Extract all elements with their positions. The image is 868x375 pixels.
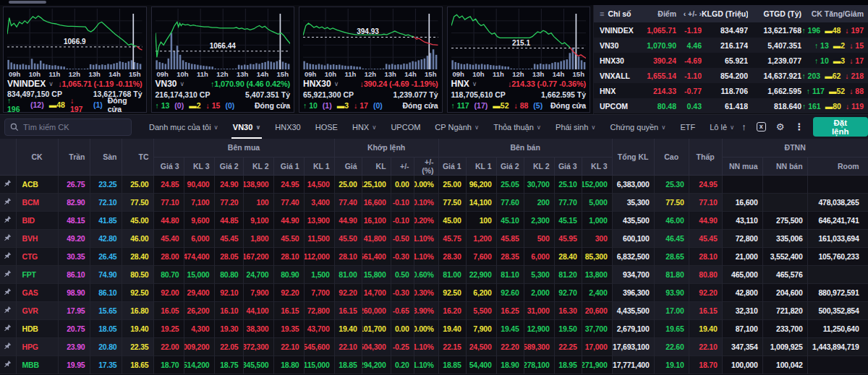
chevron-down-icon[interactable]: ∨: [180, 80, 185, 87]
chevron-down-icon: ∨: [372, 124, 376, 131]
tab-lô-lẻ[interactable]: Lô lẻ∨: [702, 115, 741, 139]
reference-line-label: 1066.9: [64, 38, 86, 46]
index-row-hnx30[interactable]: HNX30390.24-4.6965.9211,239.077↑ 10▬3↓ 1…: [594, 53, 868, 68]
ticker-symbol[interactable]: GAS: [16, 283, 58, 301]
decliners-count: ↓ 15: [849, 41, 864, 50]
board-body: ACB26.7523.2525.0024.8590,40024.90138,90…: [0, 175, 868, 374]
index-change: ↓390.24 (-4.69 -1.19%): [359, 79, 438, 88]
tab-chứng-quyền[interactable]: Chứng quyền∨: [603, 115, 673, 139]
board-row-gas[interactable]: GAS98.9086.1092.5092.0029,40092.107,9009…: [0, 283, 868, 301]
pin-icon[interactable]: [0, 337, 16, 355]
board-row-fpt[interactable]: FPT86.1074.9080.5080.7015,00080.8024,700…: [0, 265, 868, 283]
ticker-symbol[interactable]: CTG: [16, 247, 58, 265]
pin-icon[interactable]: [0, 355, 16, 374]
chevron-down-icon[interactable]: ∨: [334, 80, 339, 87]
pin-icon[interactable]: [0, 211, 16, 229]
place-order-button[interactable]: Đặt lệnh: [813, 117, 868, 137]
index-name[interactable]: HNX30: [303, 79, 331, 89]
index-name[interactable]: VN30: [156, 79, 177, 89]
pin-icon[interactable]: [0, 301, 16, 319]
match-change-pct: -0.30%: [414, 283, 438, 301]
index-name[interactable]: HNX: [451, 79, 469, 89]
index-row-upcom[interactable]: UPCOM80.480.4361.418818.640↑ 161▬80↓ 119: [594, 98, 868, 113]
board-row-mbb[interactable]: MBB19.9517.3518.6518.70514,20018.75345,5…: [0, 355, 868, 374]
index-row-vnxall[interactable]: VNXALL1,655.14-1.10854.20014,637.921↑ 20…: [594, 68, 868, 83]
board-row-bvh[interactable]: BVH49.2042.8046.0045.406,00045.451,80045…: [0, 229, 868, 247]
foreign-buy: 21,000: [722, 247, 762, 265]
pin-icon[interactable]: [0, 319, 16, 337]
col-buy-price3: Giá 3: [153, 157, 184, 175]
tab-hnx[interactable]: HNX∨: [345, 115, 383, 139]
upload-icon[interactable]: ↑: [741, 122, 746, 132]
ticker-symbol[interactable]: ACB: [16, 175, 58, 193]
ticker-symbol[interactable]: HDB: [16, 319, 58, 337]
pin-icon[interactable]: [0, 283, 16, 301]
tab-hnx30[interactable]: HNX30: [268, 115, 307, 139]
search-input[interactable]: [23, 123, 126, 132]
board-row-gvr[interactable]: GVR17.9515.6516.8016.0526,20016.1044,100…: [0, 301, 868, 319]
high-price: 28.65: [654, 247, 689, 265]
stock-search[interactable]: [4, 118, 132, 136]
hamburger-icon[interactable]: ≡: [600, 9, 604, 18]
sell-price-3: 16.30: [554, 301, 582, 319]
ticker-symbol[interactable]: BVH: [16, 229, 58, 247]
pin-icon[interactable]: [0, 247, 16, 265]
total-volume: 17,771,400: [612, 355, 654, 374]
index-row-vn30[interactable]: VN301,070.904.46216.1745,407.351↑ 13▬2↓ …: [594, 38, 868, 53]
kebab-icon[interactable]: ⋮: [795, 122, 804, 132]
foreign-sell: 3,552,400: [762, 247, 807, 265]
chart-x-axis: 09h10h11h12h13h14h15h: [303, 69, 438, 78]
pin-icon[interactable]: [0, 175, 16, 193]
tab-etf[interactable]: ETF: [673, 115, 702, 139]
sell-price-2: 81.10: [496, 265, 524, 283]
board-row-hdb[interactable]: HDB20.7518.0519.4019.254,30019.3038,3001…: [0, 319, 868, 337]
tab-cp-ngành[interactable]: CP Ngành∨: [427, 115, 486, 139]
tab-thỏa-thuận[interactable]: Thỏa thuận∨: [486, 115, 548, 139]
index-point: 390.24: [639, 56, 676, 65]
group-buy: Bên mua: [153, 139, 334, 157]
pin-icon[interactable]: [0, 229, 16, 247]
board-row-hpg[interactable]: HPG23.9020.8022.3522.001,009,20022.05372…: [0, 337, 868, 355]
board-row-bid[interactable]: BID48.1541.8545.0044.809,60044.859,10044…: [0, 211, 868, 229]
chart-panel-vnindex: 1066.9 09h10h11h12h13h14h15h VNINDEX∨↓1,…: [3, 7, 147, 113]
index-klgd: 65.921: [702, 56, 748, 65]
index-table-body: VNINDEX1,065.71-1.19834.49713,621.768↑ 1…: [594, 22, 868, 113]
ticker-symbol[interactable]: BID: [16, 211, 58, 229]
low-price: 24.95: [689, 175, 722, 193]
ticker-symbol[interactable]: MBB: [16, 355, 58, 374]
sell-volume-1: 5,500: [466, 301, 496, 319]
buy-price-1: 24.95: [273, 175, 304, 193]
board-row-ctg[interactable]: CTG30.3526.4528.4028.00474,40028.05167,2…: [0, 247, 868, 265]
tab-phái-sinh[interactable]: Phái sinh∨: [548, 115, 603, 139]
ceiling-price: 23.90: [58, 337, 90, 355]
high-price: 22.60: [654, 337, 689, 355]
buy-volume-1: 7,700: [304, 283, 334, 301]
index-row-hnx[interactable]: HNX214.33-0.77118.7061,662.595↑ 117▬52↓ …: [594, 83, 868, 98]
tab-vn30[interactable]: VN30∨: [226, 115, 268, 139]
low-price: 92.20: [689, 283, 722, 301]
buy-price-1: 77.40: [273, 193, 304, 211]
excel-icon[interactable]: x: [757, 122, 766, 132]
board-row-bcm[interactable]: BCM82.9072.1077.5077.107,10077.2010077.4…: [0, 193, 868, 211]
chevron-down-icon[interactable]: ∨: [48, 80, 54, 87]
axis-tick: 14h: [109, 70, 120, 78]
ticker-symbol[interactable]: FPT: [16, 265, 58, 283]
pin-icon[interactable]: [0, 265, 16, 283]
top-scrollbar[interactable]: [0, 0, 868, 5]
tab-hose[interactable]: HOSE: [308, 115, 345, 139]
index-name[interactable]: VNINDEX: [7, 79, 46, 89]
sell-volume-3: 20,600: [582, 301, 612, 319]
scrollbar-thumb[interactable]: [9, 1, 46, 4]
tab-danh-mục-của-tôi[interactable]: Danh mục của tôi∨: [142, 115, 226, 139]
ticker-symbol[interactable]: HPG: [16, 337, 58, 355]
foreign-buy: 465,000: [722, 265, 762, 283]
ticker-symbol[interactable]: GVR: [16, 301, 58, 319]
ticker-symbol[interactable]: BCM: [16, 193, 58, 211]
pin-icon[interactable]: [0, 193, 16, 211]
board-row-acb[interactable]: ACB26.7523.2525.0024.8590,40024.90138,90…: [0, 175, 868, 193]
index-row-vnindex[interactable]: VNINDEX1,065.71-1.19834.49713,621.768↑ 1…: [594, 22, 868, 38]
reference-price: 92.50: [122, 283, 153, 301]
chevron-down-icon[interactable]: ∨: [472, 80, 477, 87]
tab-upcom[interactable]: UPCOM: [383, 115, 427, 139]
settings-icon[interactable]: ⚙: [776, 122, 785, 132]
